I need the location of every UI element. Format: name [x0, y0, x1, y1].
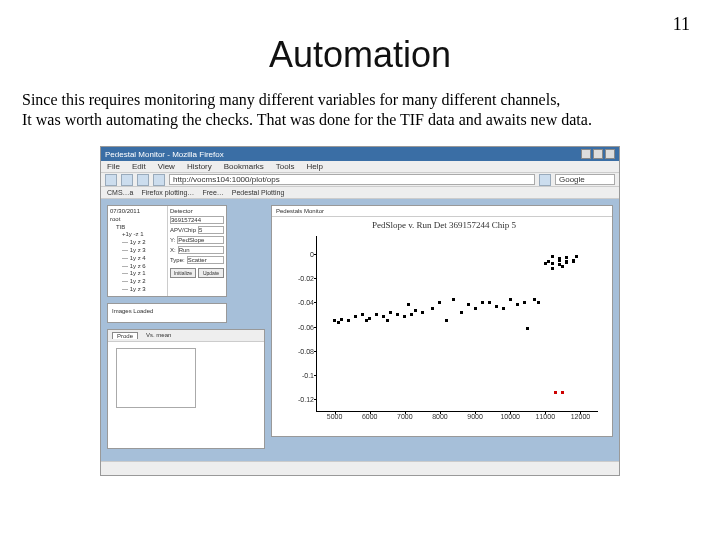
- data-point: [431, 307, 434, 310]
- data-point: [403, 315, 406, 318]
- forward-icon[interactable]: [121, 174, 133, 186]
- data-point: [572, 260, 575, 263]
- bookmark-item[interactable]: Firefox plotting…: [141, 189, 194, 196]
- data-point: [526, 327, 529, 330]
- initialize-button[interactable]: Initialize: [170, 268, 196, 278]
- tree-node[interactable]: — 1y z 3: [110, 286, 165, 294]
- status-text: Images Loaded: [112, 308, 153, 314]
- reload-icon[interactable]: [137, 174, 149, 186]
- search-box[interactable]: Google: [555, 174, 615, 185]
- x-field[interactable]: Run: [178, 246, 224, 254]
- data-point: [354, 315, 357, 318]
- browser-toolbar: http://vocms104:1000/plot/ops Google: [101, 173, 619, 187]
- tree-node[interactable]: — 1y z 2: [110, 278, 165, 286]
- go-icon[interactable]: [539, 174, 551, 186]
- y-tick: -0.02: [287, 275, 317, 282]
- tree-node[interactable]: — 1y z 1: [110, 270, 165, 278]
- data-point: [561, 265, 564, 268]
- page-title: Automation: [0, 34, 720, 76]
- detector-field[interactable]: 369157244: [170, 216, 224, 224]
- data-point: [337, 321, 340, 324]
- chart-panel: Pedestals Monitor PedSlope v. Run Det 36…: [271, 205, 613, 437]
- page-content: 07/30/2011 root TIB +1y -z 1 — 1y z 2 — …: [101, 199, 619, 461]
- page-number: 11: [673, 14, 690, 35]
- data-point: [523, 301, 526, 304]
- data-point: [481, 301, 484, 304]
- menu-file[interactable]: File: [107, 162, 120, 171]
- tree-node[interactable]: — 1y z 6: [110, 263, 165, 271]
- chip-field[interactable]: 5: [198, 226, 224, 234]
- data-point: [460, 311, 463, 314]
- menu-bookmarks[interactable]: Bookmarks: [224, 162, 264, 171]
- data-point: [414, 309, 417, 312]
- data-point: [502, 307, 505, 310]
- x-label: X:: [170, 247, 176, 253]
- update-button[interactable]: Update: [198, 268, 224, 278]
- preview-thumbnail[interactable]: [116, 348, 196, 408]
- data-point: [407, 303, 410, 306]
- tree-node[interactable]: — 1y z 4: [110, 255, 165, 263]
- maximize-icon[interactable]: [593, 149, 603, 159]
- chart-title: PedSlope v. Run Det 369157244 Chip 5: [282, 220, 606, 230]
- config-form: Detector 369157244 APV/Chip5 Y:PedSlope …: [168, 206, 226, 296]
- tab-prode[interactable]: Prode: [112, 332, 138, 339]
- y-tick: -0.06: [287, 323, 317, 330]
- type-field[interactable]: Scatter: [187, 256, 224, 264]
- chip-label: APV/Chip: [170, 227, 196, 233]
- close-icon[interactable]: [605, 149, 615, 159]
- menu-edit[interactable]: Edit: [132, 162, 146, 171]
- tree-node[interactable]: TIB: [110, 224, 165, 232]
- data-point: [445, 319, 448, 322]
- chart-tab[interactable]: Pedestals Monitor: [276, 208, 324, 214]
- y-label: Y:: [170, 237, 175, 243]
- y-tick: -0.04: [287, 299, 317, 306]
- window-title: Pedestal Monitor - Mozilla Firefox: [105, 150, 224, 159]
- data-point: [565, 256, 568, 259]
- menu-view[interactable]: View: [158, 162, 175, 171]
- address-bar[interactable]: http://vocms104:1000/plot/ops: [169, 174, 535, 185]
- y-tick: -0.1: [287, 371, 317, 378]
- tree-node[interactable]: — 1y z 3: [110, 247, 165, 255]
- data-point: [509, 298, 512, 301]
- bookmark-item[interactable]: Free…: [202, 189, 223, 196]
- tree-date: 07/30/2011: [110, 208, 165, 216]
- type-label: Type:: [170, 257, 185, 263]
- data-point: [558, 263, 561, 266]
- data-point: [382, 315, 385, 318]
- tab-vs-mean[interactable]: Vs. mean: [146, 332, 171, 339]
- window-titlebar: Pedestal Monitor - Mozilla Firefox: [101, 147, 619, 161]
- menu-tools[interactable]: Tools: [276, 162, 295, 171]
- bookmark-item[interactable]: Pedestal Plotting: [232, 189, 285, 196]
- data-point: [558, 257, 561, 260]
- back-icon[interactable]: [105, 174, 117, 186]
- minimize-icon[interactable]: [581, 149, 591, 159]
- data-point: [537, 301, 540, 304]
- control-panel: 07/30/2011 root TIB +1y -z 1 — 1y z 2 — …: [107, 205, 227, 297]
- data-point: [347, 319, 350, 322]
- status-panel: Images Loaded: [107, 303, 227, 323]
- data-point: [467, 303, 470, 306]
- embedded-screenshot: Pedestal Monitor - Mozilla Firefox File …: [100, 146, 620, 476]
- tree-node[interactable]: +1y -z 1: [110, 231, 165, 239]
- data-point: [561, 391, 564, 394]
- data-point: [361, 313, 364, 316]
- menu-help[interactable]: Help: [306, 162, 322, 171]
- body-line-2: It was worth automating the checks. That…: [22, 110, 698, 130]
- data-point: [575, 255, 578, 258]
- tree-node[interactable]: — 1y z 2: [110, 239, 165, 247]
- bookmark-item[interactable]: CMS…a: [107, 189, 133, 196]
- menu-history[interactable]: History: [187, 162, 212, 171]
- browser-statusbar: [101, 461, 619, 475]
- home-icon[interactable]: [153, 174, 165, 186]
- data-point: [452, 298, 455, 301]
- bookmark-bar: CMS…a Firefox plotting… Free… Pedestal P…: [101, 187, 619, 199]
- data-point: [438, 301, 441, 304]
- data-point: [551, 255, 554, 258]
- data-point: [421, 311, 424, 314]
- data-point: [488, 301, 491, 304]
- detector-tree[interactable]: 07/30/2011 root TIB +1y -z 1 — 1y z 2 — …: [108, 206, 168, 296]
- data-point: [565, 260, 568, 263]
- preview-panel: Prode Vs. mean: [107, 329, 265, 449]
- tree-node[interactable]: root: [110, 216, 165, 224]
- y-field[interactable]: PedSlope: [177, 236, 224, 244]
